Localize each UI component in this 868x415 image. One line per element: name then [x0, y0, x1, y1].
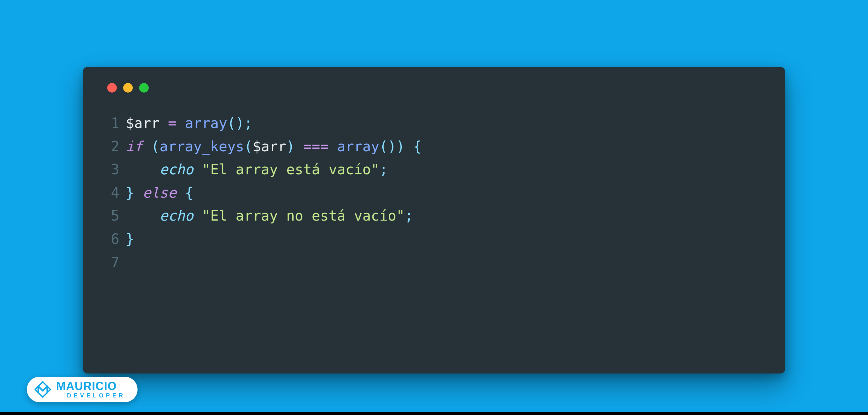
line-number: 6	[105, 228, 119, 251]
code-token	[405, 138, 413, 154]
brand-sub: DEVELOPER	[67, 393, 125, 398]
line-number: 1	[105, 112, 119, 135]
code-token	[126, 208, 160, 224]
code-token: else	[143, 184, 177, 201]
code-token	[126, 161, 160, 177]
window-close-icon	[107, 83, 117, 93]
code-token	[193, 161, 202, 177]
code-token: ())	[379, 138, 405, 154]
code-token: (	[244, 138, 253, 154]
code-line: 3 echo "El array está vacío";	[105, 158, 763, 181]
code-line: 7	[105, 251, 763, 274]
line-number: 3	[105, 158, 119, 181]
code-line: 2if (array_keys($arr) === array()) {	[105, 135, 763, 158]
code-block: 1$arr = array();2if (array_keys($arr) ==…	[105, 112, 763, 274]
code-token: ;	[405, 208, 413, 224]
code-window: 1$arr = array();2if (array_keys($arr) ==…	[83, 67, 785, 374]
code-line: 5 echo "El array no está vacío";	[105, 204, 763, 228]
code-token: =	[168, 115, 177, 131]
code-token: "El array no está vacío"	[202, 208, 405, 224]
code-token: echo	[160, 208, 193, 224]
code-token	[177, 115, 185, 131]
code-token	[143, 138, 151, 154]
bottom-bar	[0, 412, 868, 415]
code-token: }	[126, 184, 134, 201]
code-token	[160, 115, 168, 131]
code-token: $arr	[252, 138, 286, 154]
brand-text: MAURICIO DEVELOPER	[56, 381, 125, 398]
code-token: ();	[227, 115, 252, 131]
code-token: if	[126, 138, 143, 154]
code-token: ===	[303, 138, 329, 154]
code-token	[177, 184, 185, 201]
code-token	[295, 138, 304, 154]
code-line: 1$arr = array();	[105, 112, 763, 135]
code-token: echo	[160, 161, 193, 177]
code-token: array	[185, 115, 227, 131]
line-number: 5	[105, 204, 119, 228]
code-token	[193, 208, 202, 224]
window-minimize-icon	[123, 83, 133, 93]
line-number: 2	[105, 135, 119, 158]
code-token: "El array está vacío"	[202, 161, 379, 177]
code-token: $arr	[126, 115, 160, 131]
code-token: (	[151, 138, 160, 154]
code-token: ;	[379, 161, 388, 177]
brand-name: MAURICIO	[56, 381, 125, 392]
brand-logo-icon	[34, 381, 51, 398]
code-token: {	[185, 184, 193, 201]
code-token	[329, 138, 337, 154]
code-token: }	[126, 231, 134, 247]
line-number: 4	[105, 181, 119, 205]
code-line: 6}	[105, 228, 763, 251]
code-token: )	[286, 138, 295, 154]
window-zoom-icon	[139, 83, 149, 93]
stage: 1$arr = array();2if (array_keys($arr) ==…	[0, 0, 868, 415]
line-number: 7	[105, 251, 119, 274]
code-line: 4} else {	[105, 181, 763, 205]
svg-marker-0	[35, 382, 51, 397]
brand-badge: MAURICIO DEVELOPER	[27, 377, 137, 402]
code-token: array	[337, 138, 379, 154]
code-token: array_keys	[160, 138, 244, 154]
traffic-lights	[107, 83, 763, 93]
code-token: {	[413, 138, 422, 154]
code-token	[134, 184, 143, 201]
